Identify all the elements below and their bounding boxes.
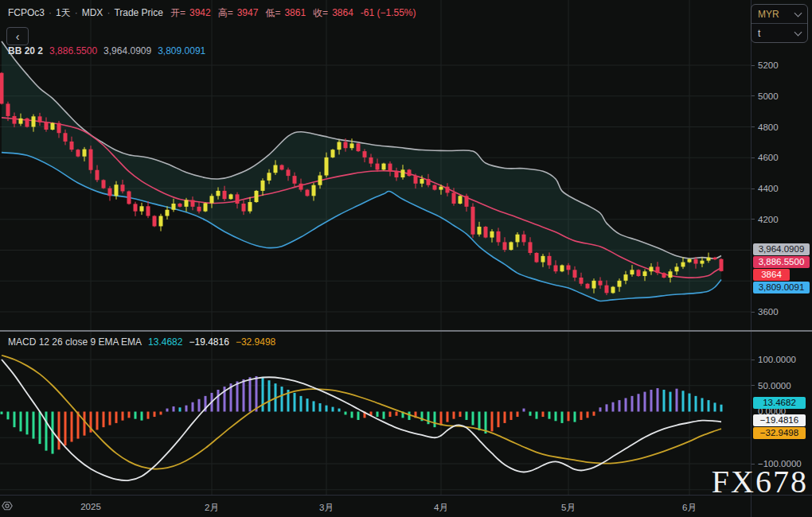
macd-hist-bar <box>20 412 22 432</box>
macd-hist-bar <box>84 412 86 436</box>
candle <box>121 185 125 191</box>
candle <box>688 259 692 262</box>
macd-hist-bar <box>606 404 608 411</box>
macd-hist-bar <box>510 412 513 420</box>
candle <box>185 200 189 207</box>
macd-hist-bar <box>268 380 271 411</box>
candle <box>599 281 603 286</box>
macd-hist-bar <box>612 402 615 412</box>
macd-hist-bar <box>313 401 315 411</box>
macd-hist-bar <box>103 412 105 428</box>
bb-upper-tag: 3,964.0909 <box>753 243 810 255</box>
axis-label: 100.0000 <box>758 354 796 365</box>
hexagon-circle-icon <box>2 502 12 510</box>
macd-indicator-legend: MACD 12 26 close 9 EMA EMA 13.4682 −19.4… <box>8 336 275 348</box>
back-button[interactable]: ‹ <box>6 27 29 45</box>
macd-hist-bar <box>115 412 118 423</box>
watermark: FX678 <box>712 466 808 498</box>
bb-basis-tag: 3,886.5500 <box>753 256 810 268</box>
macd-hist-bar <box>568 412 570 422</box>
candle <box>720 259 724 271</box>
macd-hist-bar <box>434 412 436 428</box>
candle <box>255 191 259 202</box>
macd-hist-bar <box>58 412 61 450</box>
price-axis[interactable]: 0.0000 5200500048004600440042003600100.0… <box>751 0 812 517</box>
macd-hist-bar <box>580 412 583 420</box>
axis-label: 4600 <box>758 152 779 163</box>
candle <box>267 173 271 181</box>
axis-label: 4200 <box>758 214 779 225</box>
candle <box>363 151 367 157</box>
macd-name[interactable]: MACD 12 26 close 9 EMA EMA <box>8 336 142 348</box>
candle <box>560 265 564 271</box>
time-label: 2月 <box>205 502 219 514</box>
candle <box>127 191 131 204</box>
macd-hist-bar <box>701 398 704 411</box>
candle <box>630 270 634 274</box>
candle <box>681 262 685 267</box>
currency-dropdown[interactable]: MYR <box>751 5 807 23</box>
axis-label: 50.0000 <box>758 380 791 391</box>
candle <box>465 196 469 207</box>
macd-hist-bar <box>45 412 48 451</box>
macd-hist-bar <box>39 412 41 445</box>
close-value: 3864 <box>332 7 353 18</box>
macd-hist-bar <box>141 412 143 421</box>
candle <box>586 284 590 289</box>
candle <box>287 169 291 176</box>
candle <box>89 150 93 170</box>
interval[interactable]: 1天 <box>56 6 71 20</box>
bb-band-fill <box>2 41 721 301</box>
macd-hist-bar <box>720 405 723 412</box>
candle <box>624 274 628 281</box>
macd-hist-bar <box>332 407 334 412</box>
candle <box>76 150 80 157</box>
candle <box>115 185 119 196</box>
candle <box>318 176 322 185</box>
macd-hist-bar <box>357 412 360 420</box>
macd-hist-bar <box>466 412 468 420</box>
candle <box>401 169 405 177</box>
candle <box>325 157 329 176</box>
bb-name[interactable]: BB 20 2 <box>8 45 43 56</box>
time-axis[interactable]: 20252月3月4月5月6月 <box>0 495 812 517</box>
close-label: 收= <box>313 6 328 20</box>
candle <box>656 266 660 273</box>
candle <box>452 192 456 204</box>
bb-indicator-legend: BB 20 2 3,886.5500 3,964.0909 3,809.0091 <box>8 45 205 56</box>
macd-hist-bar <box>670 392 672 412</box>
candle <box>153 216 157 226</box>
macd-pane[interactable] <box>0 332 751 495</box>
macd-hist-bar <box>179 407 182 411</box>
macd-hist-bar <box>33 412 35 439</box>
separator-dot: · <box>49 7 52 18</box>
axis-tick-mark <box>751 219 755 220</box>
macd-hist-bar <box>1 412 3 414</box>
symbol-name[interactable]: FCPOc3 <box>8 7 45 18</box>
macd-hist-bar <box>154 412 156 418</box>
candle <box>338 142 342 150</box>
macd-hist-bar <box>173 406 175 412</box>
series-type: Trade Price <box>114 7 163 18</box>
macd-hist-bar <box>650 390 653 412</box>
macd-hist-bar <box>351 412 353 418</box>
instrument-settings-button[interactable] <box>0 500 14 512</box>
candle <box>618 281 622 287</box>
open-label: 开= <box>170 6 185 20</box>
time-label: 3月 <box>319 502 334 514</box>
macd-signal-value: −32.9498 <box>236 336 275 348</box>
candle <box>191 200 195 207</box>
macd-hist-bar <box>122 412 124 421</box>
macd-hist-bar <box>498 412 500 428</box>
bb-lower-value: 3,809.0091 <box>158 45 205 56</box>
macd-hist-bar <box>281 387 283 411</box>
macd-hist-bar <box>619 400 621 411</box>
macd-hist-bar <box>338 409 341 412</box>
candle <box>312 185 316 196</box>
time-label: 4月 <box>434 502 448 514</box>
macd-hist-bar <box>504 412 506 423</box>
change-value: -61 (−1.55%) <box>361 7 416 18</box>
pane-separator[interactable] <box>0 330 812 332</box>
unit-dropdown[interactable]: t <box>751 23 807 42</box>
macd-hist-bar <box>389 412 392 418</box>
